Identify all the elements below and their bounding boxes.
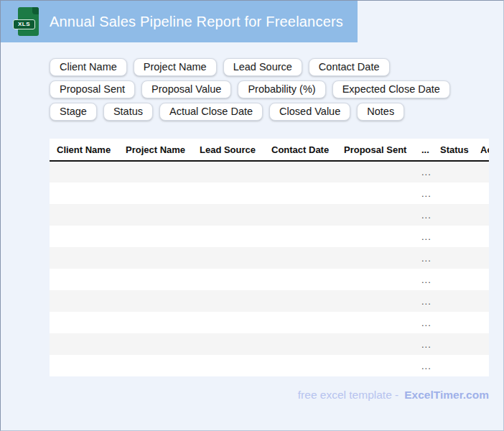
field-chip-contact-date[interactable]: Contact Date [309,58,390,76]
empty-cell [264,269,337,290]
row-ellipsis-cell: ... [414,204,433,226]
footer: free excel template -ExcelTimer.com [1,389,489,402]
field-chip-lead-source[interactable]: Lead Source [223,58,302,76]
empty-cell [473,333,489,355]
field-chip-closed-value[interactable]: Closed Value [269,103,350,121]
page: XLS Annual Sales Pipeline Report for Fre… [0,0,504,431]
row-ellipsis-cell: ... [414,161,433,182]
empty-cell [337,355,414,376]
empty-cell [337,312,414,333]
xls-file-icon-fold [32,7,39,14]
pipeline-table-header: Client NameProject NameLead SourceContac… [50,139,489,161]
empty-cell [264,290,337,312]
empty-cell [118,182,192,204]
empty-cell [50,269,118,290]
empty-cell [192,226,264,247]
empty-cell [118,161,192,182]
empty-cell [192,247,264,269]
empty-cell [50,312,118,333]
empty-cell [337,161,414,182]
table-row: ... [50,204,489,226]
empty-cell [192,269,264,290]
empty-cell [473,312,489,333]
table-row: ... [50,161,489,182]
page-title: Annual Sales Pipeline Report for Freelan… [50,14,343,30]
empty-cell [264,226,337,247]
empty-cell [192,161,264,182]
table-row: ... [50,290,489,312]
row-ellipsis-cell: ... [414,269,433,290]
field-chip-status[interactable]: Status [103,103,153,121]
row-ellipsis-cell: ... [414,312,433,333]
empty-cell [50,247,118,269]
field-chip-stage[interactable]: Stage [50,103,97,121]
empty-cell [118,269,192,290]
column-header-proposal-sent: Proposal Sent [337,139,414,161]
empty-cell [433,226,473,247]
empty-cell [192,204,264,226]
empty-cell [192,182,264,204]
empty-cell [264,355,337,376]
empty-cell [50,161,118,182]
row-ellipsis-cell: ... [414,182,433,204]
empty-cell [473,182,489,204]
footer-brand-link[interactable]: ExcelTimer.com [404,389,489,401]
empty-cell [473,161,489,182]
empty-cell [337,247,414,269]
empty-cell [118,204,192,226]
empty-cell [473,290,489,312]
xls-file-icon: XLS [13,6,39,37]
column-header-contact-date: Contact Date [264,139,337,161]
table-header-row: Client NameProject NameLead SourceContac… [50,139,489,161]
empty-cell [118,333,192,355]
pipeline-table-container: Client NameProject NameLead SourceContac… [50,139,489,376]
empty-cell [50,182,118,204]
field-chip-proposal-value[interactable]: Proposal Value [141,80,231,98]
row-ellipsis-cell: ... [414,226,433,247]
column-header-status: Status [433,139,473,161]
empty-cell [264,182,337,204]
field-chip-probability[interactable]: Probability (%) [238,80,325,98]
empty-cell [264,333,337,355]
empty-cell [473,204,489,226]
empty-cell [50,204,118,226]
empty-cell [50,355,118,376]
table-row: ... [50,333,489,355]
table-row: ... [50,269,489,290]
empty-cell [118,290,192,312]
empty-cell [433,355,473,376]
table-row: ... [50,355,489,376]
row-ellipsis-cell: ... [414,290,433,312]
field-chip-proposal-sent[interactable]: Proposal Sent [50,80,135,98]
header-bar: XLS Annual Sales Pipeline Report for Fre… [1,1,358,42]
field-chip-expected-close-date[interactable]: Expected Close Date [332,80,450,98]
empty-cell [433,182,473,204]
empty-cell [473,226,489,247]
field-chip-actual-close-date[interactable]: Actual Close Date [159,103,263,121]
empty-cell [50,226,118,247]
empty-cell [118,355,192,376]
empty-cell [118,226,192,247]
empty-cell [337,182,414,204]
footer-text: free excel template - [298,389,398,401]
xls-file-icon-label: XLS [13,19,35,29]
empty-cell [50,333,118,355]
empty-cell [118,247,192,269]
empty-cell [337,226,414,247]
empty-cell [433,312,473,333]
empty-cell [433,269,473,290]
table-row: ... [50,226,489,247]
column-header-project-name: Project Name [118,139,192,161]
column-header-: ... [414,139,433,161]
field-chip-client-name[interactable]: Client Name [50,58,127,76]
empty-cell [433,290,473,312]
empty-cell [433,204,473,226]
field-chip-project-name[interactable]: Project Name [134,58,217,76]
empty-cell [473,355,489,376]
row-ellipsis-cell: ... [414,355,433,376]
pipeline-table-body: .............................. [50,161,489,376]
field-chip-notes[interactable]: Notes [357,103,404,121]
field-chip-list: Client NameProject NameLead SourceContac… [50,58,470,121]
empty-cell [264,312,337,333]
empty-cell [337,333,414,355]
